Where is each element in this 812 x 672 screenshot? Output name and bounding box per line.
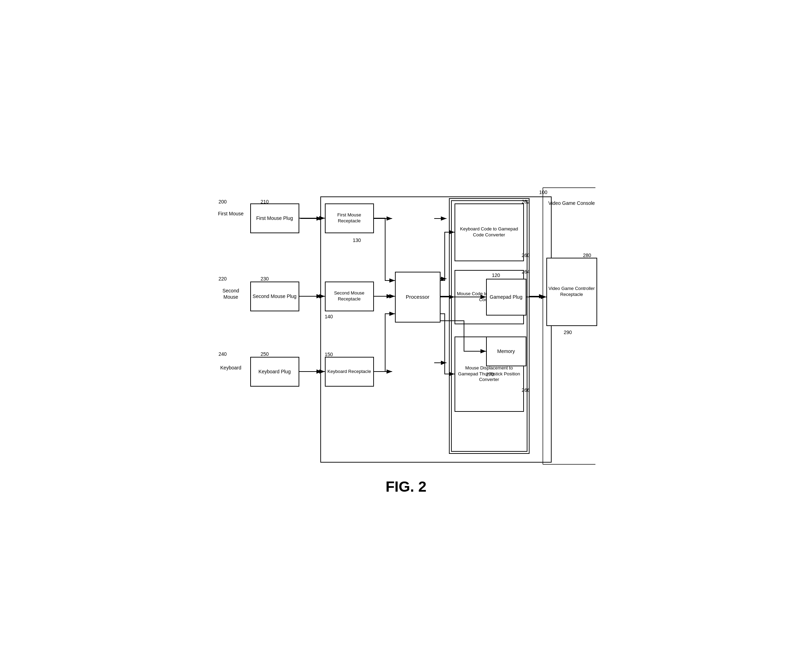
gamepad-plug-box: Gamepad Plug	[486, 279, 526, 315]
keyboard-receptacle-box: Keyboard Receptacle	[325, 357, 374, 386]
memory-box: Memory	[486, 337, 526, 366]
second-mouse-label: Second Mouse	[215, 288, 247, 300]
ref-220: 220	[219, 276, 227, 282]
ref-140: 140	[325, 314, 333, 319]
keyboard-label: Keyboard	[215, 364, 247, 371]
video-game-console-label: Video Game Console	[546, 200, 597, 206]
second-mouse-plug-box: Second Mouse Plug	[250, 282, 299, 311]
processor-box: Processor	[395, 272, 440, 323]
ref-100: 100	[539, 189, 548, 195]
ref-290: 290	[564, 330, 572, 335]
keyboard-plug-box: Keyboard Plug	[250, 357, 299, 386]
first-mouse-plug-box: First Mouse Plug	[250, 204, 299, 233]
ref-240: 240	[219, 351, 227, 357]
ref-264: 264	[522, 269, 530, 274]
ref-260: 260	[522, 252, 530, 258]
ref-130: 130	[353, 237, 361, 243]
ref-266: 266	[522, 387, 530, 393]
ref-230: 230	[261, 276, 269, 282]
first-mouse-receptacle-box: First Mouse Receptacle	[325, 204, 374, 233]
figure-label: FIG. 2	[386, 478, 426, 495]
ref-280: 280	[583, 252, 591, 258]
ref-262: 262	[522, 199, 530, 204]
first-mouse-label: First Mouse	[215, 211, 247, 217]
ref-210: 210	[261, 199, 269, 204]
ref-120: 120	[492, 272, 500, 278]
ref-150: 150	[325, 352, 333, 357]
video-game-controller-receptacle-box: Video Game Controller Receptacle	[546, 258, 597, 326]
diagram: First Mouse Second Mouse Keyboard First …	[213, 177, 599, 475]
ref-270: 270	[486, 371, 494, 377]
ref-200: 200	[219, 199, 227, 204]
keyboard-code-converter-box: Keyboard Code to Gamepad Code Converter	[455, 204, 524, 261]
ref-250: 250	[261, 351, 269, 357]
second-mouse-receptacle-box: Second Mouse Receptacle	[325, 282, 374, 311]
